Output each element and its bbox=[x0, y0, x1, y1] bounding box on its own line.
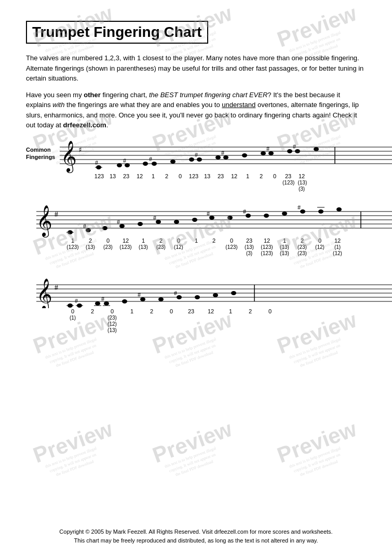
svg-point-18 bbox=[197, 157, 202, 162]
fingering-cell: 0 bbox=[269, 173, 280, 179]
intro-paragraph-2: Have you seen my other fingering chart, … bbox=[26, 90, 366, 130]
fingering-cell: 1 bbox=[147, 173, 159, 179]
svg-text:♯: ♯ bbox=[78, 146, 82, 154]
svg-point-14 bbox=[152, 162, 157, 166]
svg-point-45 bbox=[119, 224, 125, 228]
drfeezell-link[interactable]: drfeezell.com bbox=[63, 121, 106, 129]
fingering-cell: 0 bbox=[174, 173, 186, 179]
fingering-cell: 0 bbox=[100, 237, 116, 244]
svg-point-47 bbox=[138, 222, 143, 226]
treble-clef-icon: 𝄞 bbox=[61, 141, 77, 173]
svg-text:#: # bbox=[195, 151, 198, 158]
fingering-cell: 23 bbox=[215, 173, 226, 179]
page: Preview this text is to help prevent ill… bbox=[0, 0, 392, 555]
fingering-cell: 0 bbox=[65, 308, 80, 314]
fingering-cell: 23 bbox=[282, 173, 294, 179]
svg-point-57 bbox=[264, 214, 269, 218]
svg-point-12 bbox=[143, 162, 148, 166]
svg-text:#: # bbox=[83, 222, 86, 230]
svg-text:#: # bbox=[243, 208, 246, 215]
svg-point-87 bbox=[158, 297, 164, 301]
fingering-cell: 2 bbox=[161, 173, 172, 179]
fingering-cell: 12 bbox=[330, 237, 345, 244]
footer: Copyright © 2005 by Mark Feezell. All Ri… bbox=[0, 527, 392, 545]
fingering-alt-row-1: (123) (13) bbox=[60, 180, 366, 186]
svg-text:#: # bbox=[117, 218, 120, 226]
fingering-alt-row-3: (1) (23) bbox=[26, 315, 366, 321]
fingering-cell: 1 bbox=[277, 237, 292, 244]
intro-paragraph-1: The valves are numbered 1,2,3, with 1 cl… bbox=[26, 53, 366, 84]
fingering-alt2-row-2: (3) (123) (13) (23) (12) bbox=[26, 250, 366, 256]
footer-line-2: This chart may be freely reproduced and … bbox=[0, 536, 392, 545]
fingering-alt-row-2: (123) (13) (23) (123) (13) (23) (12) (12… bbox=[26, 244, 366, 250]
svg-point-92 bbox=[231, 291, 236, 295]
watermark-tile: Preview this text is to help prevent ill… bbox=[260, 16, 374, 56]
svg-text:𝄞: 𝄞 bbox=[36, 279, 52, 308]
svg-text:#: # bbox=[55, 210, 58, 218]
svg-point-91 bbox=[213, 293, 218, 297]
svg-point-61 bbox=[318, 209, 323, 214]
svg-point-48 bbox=[156, 220, 161, 224]
fingering-cell: 12 bbox=[259, 237, 275, 244]
svg-point-59 bbox=[300, 209, 305, 214]
italic-with: with bbox=[52, 101, 64, 109]
svg-point-9 bbox=[117, 163, 122, 167]
svg-text:#: # bbox=[123, 157, 126, 164]
music-section-3: 𝄞 # # # # bbox=[26, 267, 366, 333]
fingering-cell: 12 bbox=[296, 173, 307, 179]
svg-text:#: # bbox=[95, 159, 98, 166]
fingering-cell: 123 bbox=[93, 173, 105, 179]
fingering-cell: 12 bbox=[134, 173, 145, 179]
staff-svg-2: 𝄞 # # # # # bbox=[26, 201, 392, 237]
fingering-row-2: 1 2 0 12 1 2 0 1 2 0 23 12 1 2 0 12 bbox=[26, 237, 366, 244]
fingering-cell: 0 bbox=[262, 308, 278, 314]
fingering-cell: 23 bbox=[183, 308, 199, 314]
svg-point-51 bbox=[192, 218, 197, 222]
svg-text:#: # bbox=[153, 214, 156, 221]
svg-point-85 bbox=[140, 297, 145, 301]
svg-text:#: # bbox=[298, 204, 301, 211]
fingering-row-3: 0 2 0 1 2 0 23 12 1 2 0 bbox=[26, 308, 366, 314]
fingering-cell: 2 bbox=[206, 237, 222, 244]
fingering-cell: 1 bbox=[188, 237, 204, 244]
svg-point-52 bbox=[209, 216, 214, 220]
svg-point-16 bbox=[189, 157, 194, 162]
fingering-cell: 12 bbox=[203, 308, 219, 314]
watermark-tile: Preview this text is to help prevent ill… bbox=[260, 431, 374, 472]
svg-text:#: # bbox=[293, 143, 296, 150]
svg-point-23 bbox=[261, 151, 266, 155]
svg-text:#: # bbox=[221, 149, 224, 156]
section-label: CommonFingerings bbox=[26, 146, 55, 161]
svg-text:#: # bbox=[55, 284, 58, 292]
svg-point-25 bbox=[268, 151, 274, 155]
fingering-cell: 1 bbox=[136, 237, 151, 244]
svg-point-42 bbox=[86, 228, 91, 232]
svg-text:#: # bbox=[75, 297, 78, 305]
svg-point-88 bbox=[177, 295, 182, 299]
fingering-cell: 1 bbox=[223, 308, 238, 314]
fingering-cell: 2 bbox=[255, 173, 267, 179]
fingering-row-1: 123 13 23 12 1 2 0 123 13 23 12 1 2 0 23… bbox=[60, 173, 366, 179]
fingering-cell: 1 bbox=[65, 237, 80, 244]
svg-text:#: # bbox=[101, 295, 104, 302]
music-section-1: CommonFingerings 𝄞 ♯ # bbox=[26, 137, 366, 192]
svg-point-90 bbox=[195, 295, 200, 299]
fingering-cell: 2 bbox=[294, 237, 310, 244]
footer-line-1: Copyright © 2005 by Mark Feezell. All Ri… bbox=[0, 527, 392, 536]
watermark-tile: Preview this text is to help prevent ill… bbox=[135, 431, 249, 472]
fingering-cell: 0 bbox=[104, 308, 120, 314]
svg-text:#: # bbox=[207, 210, 210, 217]
fingering-cell: 0 bbox=[312, 237, 328, 244]
title-box: Trumpet Fingering Chart bbox=[26, 21, 208, 44]
svg-text:𝄞: 𝄞 bbox=[36, 205, 52, 237]
svg-point-84 bbox=[122, 299, 127, 303]
fingering-cell: 12 bbox=[118, 237, 133, 244]
fingering-cell: 1 bbox=[124, 308, 140, 314]
fingering-alt2-row-1: (3) bbox=[60, 186, 366, 192]
fingering-cell: 0 bbox=[224, 237, 239, 244]
page-title: Trumpet Fingering Chart bbox=[32, 24, 202, 40]
bold-other: other bbox=[84, 91, 101, 99]
fingering-cell: 2 bbox=[85, 308, 100, 314]
fingering-cell: 0 bbox=[164, 308, 179, 314]
underline-understand: understand bbox=[222, 101, 255, 109]
